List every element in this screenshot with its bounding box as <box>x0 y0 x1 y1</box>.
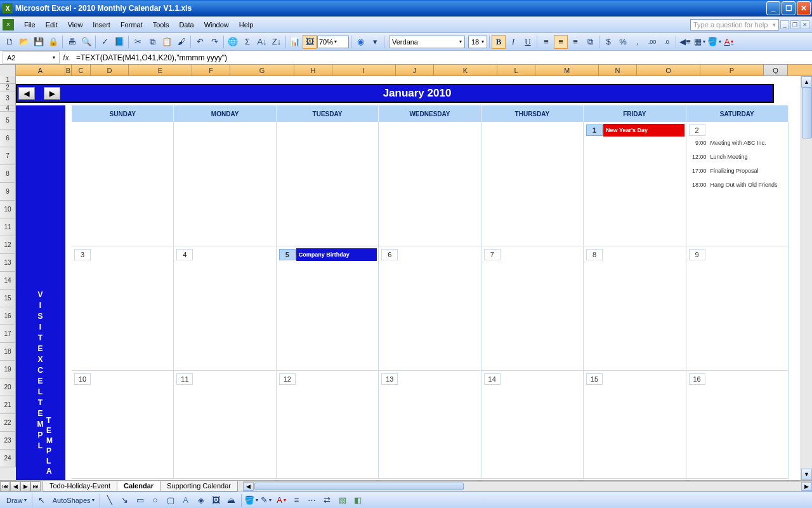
hyperlink-button[interactable]: 🌐 <box>226 35 240 49</box>
sheet-tab[interactable]: Todo-Holiday-Event <box>43 481 117 491</box>
col-header[interactable]: N <box>599 65 637 76</box>
toolbar-options-button[interactable]: ▾ <box>368 35 382 49</box>
draw-menu[interactable]: Draw▾ <box>4 497 29 504</box>
scroll-up-button[interactable]: ▲ <box>801 76 812 88</box>
cut-button[interactable]: ✂ <box>131 35 145 49</box>
rectangle-tool[interactable]: ▭ <box>133 493 147 507</box>
menu-tools[interactable]: Tools <box>148 18 174 32</box>
formula-input[interactable]: =TEXT(DATE(M41,O41,K20),"mmmm yyyy") <box>72 53 812 62</box>
col-header[interactable]: D <box>91 65 129 76</box>
minimize-button[interactable]: _ <box>766 1 780 15</box>
print-button[interactable]: 🖶 <box>65 35 79 49</box>
doc-minimize-button[interactable]: _ <box>780 20 789 29</box>
row-header[interactable]: 12 <box>0 236 16 254</box>
name-box[interactable]: A2▾ <box>3 51 60 64</box>
select-all-corner[interactable] <box>0 65 16 76</box>
calendar-day-cell[interactable]: 29:00Meeting with ABC Inc.12:00Lunch Mee… <box>686 122 789 246</box>
open-button[interactable]: 📂 <box>17 35 31 49</box>
zoom-select[interactable]: 70%▾ <box>317 36 349 48</box>
sort-asc-button[interactable]: A↓ <box>255 35 269 49</box>
row-header[interactable]: 17 <box>0 325 16 343</box>
row-header[interactable]: 9 <box>0 183 16 201</box>
clipart-tool[interactable]: 🖼 <box>209 493 223 507</box>
calendar-day-cell[interactable] <box>379 122 481 246</box>
maximize-button[interactable]: ☐ <box>782 1 796 15</box>
oval-tool[interactable]: ○ <box>148 493 162 507</box>
tab-nav-prev[interactable]: ◀ <box>10 481 20 491</box>
menu-data[interactable]: Data <box>174 18 199 32</box>
align-right-button[interactable]: ≡ <box>568 35 582 49</box>
calendar-day-cell[interactable]: 12 <box>277 371 379 478</box>
sheet-tab[interactable]: Supporting Calendar <box>160 481 238 491</box>
col-header[interactable]: C <box>72 65 91 76</box>
col-header[interactable]: F <box>192 65 230 76</box>
calendar-day-cell[interactable]: 1New Year's Day <box>584 122 686 246</box>
col-header[interactable]: O <box>637 65 700 76</box>
merge-cells-button[interactable]: ⧉ <box>583 35 597 49</box>
copy-button[interactable]: ⧉ <box>145 35 159 49</box>
row-header[interactable]: 23 <box>0 432 16 450</box>
calendar-day-cell[interactable]: 5Company Birthday <box>277 246 379 370</box>
research-button[interactable]: 📘 <box>112 35 126 49</box>
row-header[interactable]: 8 <box>0 165 16 183</box>
calendar-day-cell[interactable] <box>277 122 379 246</box>
print-preview-button[interactable]: 🔍 <box>79 35 93 49</box>
help-search-input[interactable]: Type a question for help▾ <box>690 19 779 30</box>
tab-nav-first[interactable]: ⏮ <box>0 481 10 491</box>
select-objects-button[interactable]: ↖ <box>35 493 49 507</box>
dash-style-draw[interactable]: ⋯ <box>305 493 319 507</box>
row-header[interactable]: 22 <box>0 414 16 432</box>
scroll-right-button[interactable]: ▶ <box>801 482 811 491</box>
3d-style-draw[interactable]: ◧ <box>351 493 365 507</box>
calendar-day-cell[interactable]: 15 <box>584 371 686 478</box>
close-button[interactable]: ✕ <box>797 1 811 15</box>
wordart-tool[interactable]: A <box>179 493 193 507</box>
hscroll-thumb[interactable] <box>254 483 464 490</box>
calendar-day-cell[interactable]: 4 <box>174 246 276 370</box>
menu-window[interactable]: Window <box>199 18 234 32</box>
row-header[interactable]: 4 <box>0 105 16 112</box>
calendar-day-cell[interactable]: 11 <box>174 371 276 478</box>
tab-nav-last[interactable]: ⏭ <box>30 481 41 491</box>
doc-close-button[interactable]: ✕ <box>801 20 809 29</box>
row-header[interactable]: 10 <box>0 201 16 218</box>
align-left-button[interactable]: ≡ <box>539 35 553 49</box>
calendar-day-cell[interactable]: 7 <box>481 246 584 370</box>
increase-decimal-button[interactable]: .00 <box>645 35 659 49</box>
scroll-left-button[interactable]: ◀ <box>244 482 254 491</box>
undo-button[interactable]: ↶ <box>193 35 207 49</box>
menu-insert[interactable]: Insert <box>88 18 115 32</box>
new-button[interactable]: 🗋 <box>3 35 16 49</box>
line-color-draw[interactable]: ✎▾ <box>259 493 273 507</box>
workbook-icon[interactable]: X <box>3 19 14 30</box>
prev-month-button[interactable]: ◀ <box>18 87 35 100</box>
col-header[interactable]: J <box>396 65 434 76</box>
fontsize-select[interactable]: 18▾ <box>468 36 487 48</box>
fill-color-draw[interactable]: 🪣▾ <box>244 493 258 507</box>
font-select[interactable]: Verdana▾ <box>389 36 465 48</box>
currency-button[interactable]: $ <box>601 35 615 49</box>
col-header[interactable]: K <box>434 65 497 76</box>
menu-view[interactable]: View <box>63 18 88 32</box>
menu-help[interactable]: Help <box>234 18 259 32</box>
menu-format[interactable]: Format <box>115 18 148 32</box>
worksheet-area[interactable]: ◀ ▶ January 2010 VISITEXCELTEMPL TEMPLA … <box>16 76 801 480</box>
help-button[interactable]: ◉ <box>353 35 367 49</box>
autosum-button[interactable]: Σ <box>240 35 254 49</box>
line-style-draw[interactable]: ≡ <box>290 493 304 507</box>
calendar-day-cell[interactable]: 3 <box>72 246 174 370</box>
paste-button[interactable]: 📋 <box>160 35 174 49</box>
underline-button[interactable]: U <box>521 35 535 49</box>
calendar-day-cell[interactable] <box>174 122 276 246</box>
menu-file[interactable]: File <box>19 18 41 32</box>
col-header[interactable]: E <box>129 65 192 76</box>
row-header[interactable]: 1 <box>0 76 16 84</box>
calendar-day-cell[interactable]: 14 <box>481 371 584 478</box>
decrease-indent-button[interactable]: ◀≡ <box>678 35 692 49</box>
horizontal-scrollbar[interactable]: ◀ ▶ <box>243 481 812 491</box>
calendar-day-cell[interactable]: 6 <box>379 246 481 370</box>
next-month-button[interactable]: ▶ <box>44 87 60 100</box>
picture-tool[interactable]: ⛰ <box>225 493 239 507</box>
spelling-button[interactable]: ✓ <box>98 35 112 49</box>
chart-wizard-button[interactable]: 📊 <box>288 35 302 49</box>
